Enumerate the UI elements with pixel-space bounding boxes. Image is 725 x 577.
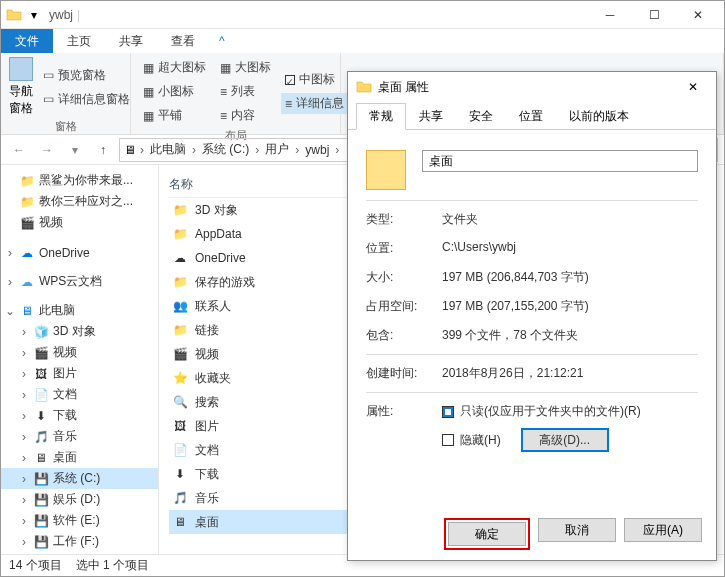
tab-general[interactable]: 常规 xyxy=(356,103,406,130)
folder-icon: 📁 xyxy=(171,225,189,243)
chevron-right-icon[interactable]: › xyxy=(293,143,301,157)
nav-item[interactable]: 📁黑鲨为你带来最... xyxy=(1,170,158,191)
layout-tiles[interactable]: ▦平铺 xyxy=(139,105,210,126)
layout-extra-large[interactable]: ▦超大图标 xyxy=(139,57,210,78)
chevron-right-icon[interactable]: › xyxy=(19,535,29,549)
size-label: 大小: xyxy=(366,269,442,286)
history-dropdown[interactable]: ▾ xyxy=(63,138,87,162)
location-label: 位置: xyxy=(366,240,442,257)
chevron-right-icon[interactable]: › xyxy=(19,367,29,381)
nav-item[interactable]: ›🖼图片 xyxy=(1,363,158,384)
status-item-count: 14 个项目 xyxy=(9,557,62,574)
layout-list[interactable]: ≡列表 xyxy=(216,81,275,102)
details-pane-button[interactable]: ▭详细信息窗格 xyxy=(39,89,134,110)
apply-button[interactable]: 应用(A) xyxy=(624,518,702,542)
nav-item[interactable]: ›⬇下载 xyxy=(1,405,158,426)
ribbon-collapse-icon[interactable]: ^ xyxy=(209,29,235,53)
chevron-right-icon[interactable]: › xyxy=(19,472,29,486)
chevron-right-icon[interactable]: › xyxy=(253,143,261,157)
layout-details[interactable]: ≡详细信息 xyxy=(281,93,348,114)
nav-item[interactable]: ›🧊3D 对象 xyxy=(1,321,158,342)
nav-item[interactable]: ›🎬视频 xyxy=(1,342,158,363)
tab-view[interactable]: 查看 xyxy=(157,29,209,53)
nav-item[interactable]: ›💾工作 (F:) xyxy=(1,531,158,552)
chevron-right-icon[interactable]: › xyxy=(19,409,29,423)
checkbox-indeterminate-icon xyxy=(442,406,454,418)
tab-share[interactable]: 共享 xyxy=(105,29,157,53)
cancel-button[interactable]: 取消 xyxy=(538,518,616,542)
minimize-button[interactable]: ─ xyxy=(588,1,632,29)
chevron-down-icon[interactable]: ⌄ xyxy=(5,304,15,318)
pictures-icon: 🖼 xyxy=(33,366,49,382)
layout-small[interactable]: ▦小图标 xyxy=(139,81,210,102)
file-name: AppData xyxy=(195,227,242,241)
tab-security[interactable]: 安全 xyxy=(456,103,506,130)
chevron-right-icon[interactable]: › xyxy=(19,493,29,507)
readonly-checkbox[interactable]: 只读(仅应用于文件夹中的文件)(R) xyxy=(442,403,698,420)
nav-item[interactable]: 🎬视频 xyxy=(1,212,158,233)
crumb-users[interactable]: 用户 xyxy=(263,141,291,158)
chevron-right-icon[interactable]: › xyxy=(19,325,29,339)
drive-icon: 💾 xyxy=(33,513,49,529)
chevron-right-icon[interactable]: › xyxy=(138,143,146,157)
size-on-disk-value: 197 MB (207,155,200 字节) xyxy=(442,298,698,315)
title-separator: | xyxy=(77,8,80,22)
nav-item[interactable]: ›🎵音乐 xyxy=(1,426,158,447)
nav-wps[interactable]: ›☁WPS云文档 xyxy=(1,271,158,292)
tab-previous-versions[interactable]: 以前的版本 xyxy=(556,103,642,130)
chevron-right-icon[interactable]: › xyxy=(19,430,29,444)
crumb-folder[interactable]: ywbj xyxy=(303,143,331,157)
chevron-right-icon[interactable]: › xyxy=(333,143,341,157)
file-name: 收藏夹 xyxy=(195,370,231,387)
tab-location[interactable]: 位置 xyxy=(506,103,556,130)
chevron-right-icon[interactable]: › xyxy=(19,514,29,528)
chevron-right-icon[interactable]: › xyxy=(5,275,15,289)
onedrive-icon: ☁ xyxy=(171,249,189,267)
dialog-close-button[interactable]: ✕ xyxy=(678,72,708,102)
window-title: ywbj xyxy=(49,8,73,22)
pc-icon: 🖥 xyxy=(19,303,35,319)
chevron-right-icon[interactable]: › xyxy=(19,388,29,402)
file-name: 音乐 xyxy=(195,490,219,507)
nav-thispc[interactable]: ⌄🖥此电脑 xyxy=(1,300,158,321)
nav-item[interactable]: 📁教你三种应对之... xyxy=(1,191,158,212)
advanced-button[interactable]: 高级(D)... xyxy=(521,428,609,452)
qat-dropdown-icon[interactable]: ▾ xyxy=(25,6,43,24)
file-name: 搜索 xyxy=(195,394,219,411)
3d-icon: 🧊 xyxy=(33,324,49,340)
forward-button[interactable]: → xyxy=(35,138,59,162)
nav-onedrive[interactable]: ›☁OneDrive xyxy=(1,243,158,263)
nav-item[interactable]: ›📄文档 xyxy=(1,384,158,405)
crumb-drive[interactable]: 系统 (C:) xyxy=(200,141,251,158)
nav-item[interactable]: ›💾娱乐 (D:) xyxy=(1,489,158,510)
folder-icon: 📁 xyxy=(171,321,189,339)
folder-icon: 📁 xyxy=(171,273,189,291)
folder-icon: 📁 xyxy=(171,201,189,219)
layout-medium[interactable]: 中图标 xyxy=(281,69,348,90)
ok-button[interactable]: 确定 xyxy=(448,522,526,546)
close-button[interactable]: ✕ xyxy=(676,1,720,29)
nav-item[interactable]: ›💾软件 (E:) xyxy=(1,510,158,531)
preview-pane-button[interactable]: ▭预览窗格 xyxy=(39,65,134,86)
preview-pane-icon: ▭ xyxy=(43,68,54,82)
video-icon: 🎬 xyxy=(171,345,189,363)
chevron-right-icon[interactable]: › xyxy=(19,346,29,360)
tab-file[interactable]: 文件 xyxy=(1,29,53,53)
up-button[interactable]: ↑ xyxy=(91,138,115,162)
nav-pane-button[interactable]: 导航窗格 xyxy=(9,57,33,117)
back-button[interactable]: ← xyxy=(7,138,31,162)
dialog-titlebar[interactable]: 桌面 属性 ✕ xyxy=(348,72,716,102)
hidden-checkbox[interactable]: 隐藏(H) xyxy=(442,432,501,449)
layout-content[interactable]: ≡内容 xyxy=(216,105,275,126)
maximize-button[interactable]: ☐ xyxy=(632,1,676,29)
chevron-right-icon[interactable]: › xyxy=(190,143,198,157)
chevron-right-icon[interactable]: › xyxy=(19,451,29,465)
nav-item[interactable]: ›🖥桌面 xyxy=(1,447,158,468)
folder-name-input[interactable] xyxy=(422,150,698,172)
layout-large[interactable]: ▦大图标 xyxy=(216,57,275,78)
nav-item[interactable]: ›💾系统 (C:) xyxy=(1,468,158,489)
tab-share[interactable]: 共享 xyxy=(406,103,456,130)
chevron-right-icon[interactable]: › xyxy=(5,246,15,260)
tab-home[interactable]: 主页 xyxy=(53,29,105,53)
crumb-thispc[interactable]: 此电脑 xyxy=(148,141,188,158)
